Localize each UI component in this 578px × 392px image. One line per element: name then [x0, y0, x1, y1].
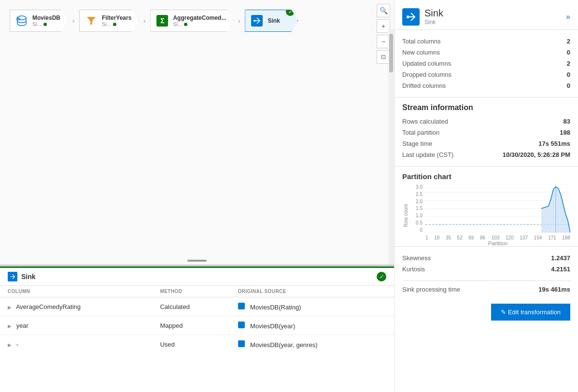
- kurtosis-value: 4.2151: [551, 266, 570, 273]
- kurtosis-label: Kurtosis: [402, 266, 425, 273]
- svg-container: [425, 184, 570, 234]
- y-label-5: 0.5: [412, 220, 423, 225]
- chart-title: Partition chart: [402, 172, 570, 181]
- node-aggregate[interactable]: Σ AggregateComed... Si...: [150, 10, 233, 32]
- node-sink-content: Sink: [268, 17, 280, 24]
- stat-label-2: Updated columns: [402, 60, 451, 67]
- col-header-method: Method: [152, 286, 230, 297]
- node-aggregate-content: AggregateComed... Si...: [173, 14, 226, 27]
- col-value-2: year: [16, 322, 28, 329]
- x-label-2: 35: [446, 235, 451, 240]
- stat-label-1: New columns: [402, 49, 440, 56]
- stream-last-update: Last update (CST) 10/30/2020, 5:26:28 PM: [402, 149, 570, 160]
- processing-time-row: Sink processing time 19s 461ms: [395, 281, 578, 298]
- expand-icon-2[interactable]: ▶: [8, 323, 12, 329]
- filter-icon: [85, 14, 98, 28]
- processing-time-value: 19s 461ms: [538, 286, 570, 293]
- y-axis-label-container: Row count: [402, 184, 410, 246]
- x-label-9: 154: [534, 235, 542, 240]
- col-header-source: Original Source: [230, 286, 394, 297]
- stat-label-4: Drifted columns: [402, 82, 446, 89]
- status-dot: [43, 23, 47, 26]
- svg-marker-3: [87, 17, 96, 25]
- node-moviesdb-title: MoviesDB: [32, 14, 60, 21]
- x-label-11: 188: [562, 235, 570, 240]
- x-label-5: 86: [480, 235, 485, 240]
- stat-total-columns: Total columns 2: [402, 36, 570, 47]
- divider-handle[interactable]: [187, 260, 207, 262]
- node-sink[interactable]: Sink ✓: [245, 10, 298, 32]
- right-header-text: Sink Sink: [424, 8, 443, 26]
- expand-button[interactable]: »: [566, 13, 570, 21]
- db-icon: [15, 14, 28, 28]
- node-moviesdb-content: MoviesDB Si...: [32, 14, 60, 27]
- edit-btn-container: ✎ Edit transformation: [395, 298, 578, 328]
- stream-label-0: Rows calculated: [402, 118, 448, 125]
- node-filteryears[interactable]: FilterYears Si...: [79, 10, 139, 32]
- source-value-2: MoviesDB(year): [250, 322, 295, 330]
- search-button[interactable]: 🔍: [377, 4, 390, 17]
- x-label-7: 120: [506, 235, 514, 240]
- node-moviesdb-sub: Si...: [32, 21, 60, 27]
- x-label-0: 1: [425, 235, 428, 240]
- sigma-icon: Σ: [155, 14, 169, 28]
- method-3: Used: [152, 335, 230, 354]
- skewness-label: Skewness: [402, 254, 431, 262]
- x-label-1: 18: [434, 235, 439, 240]
- node-moviesdb[interactable]: MoviesDB Si...: [10, 10, 68, 32]
- stat-skewness: Skewness 1.2437: [402, 252, 570, 264]
- x-label-4: 69: [468, 235, 474, 240]
- stream-label-2: Stage time: [402, 140, 432, 147]
- stat-new-columns: New columns 0: [402, 47, 570, 58]
- edit-transformation-button[interactable]: ✎ Edit transformation: [491, 304, 570, 321]
- source-icon-3: [238, 340, 245, 348]
- stream-total-partition: Total partition 198: [402, 127, 570, 138]
- stream-label-1: Total partition: [402, 129, 439, 136]
- x-label-3: 52: [457, 235, 463, 240]
- stat-label-3: Dropped columns: [402, 71, 451, 78]
- canvas-scrollbar[interactable]: [388, 29, 394, 265]
- svg-rect-5: [407, 15, 409, 18]
- stat-value-3: 0: [567, 71, 570, 78]
- stat-value-4: 0: [567, 82, 570, 89]
- status-dot: [184, 23, 187, 26]
- arrow-2: ›: [139, 17, 150, 25]
- bottom-title: Sink: [21, 273, 36, 280]
- right-panel: Sink Sink » Total columns 2 New columns …: [395, 0, 578, 392]
- x-label-10: 171: [548, 235, 556, 240]
- sink-icon: [250, 14, 264, 28]
- y-label-6: 0: [412, 227, 423, 233]
- svg-rect-4: [254, 20, 255, 22]
- stat-updated-columns: Updated columns 2: [402, 58, 570, 69]
- chart-svg: [425, 184, 570, 233]
- x-labels: 1 18 35 52 69 86 103 120 137 154 171 188: [425, 235, 570, 240]
- col-value-1: AverageComedyRating: [16, 303, 81, 310]
- arrow-1: ›: [68, 17, 79, 25]
- right-panel-subtitle: Sink: [424, 19, 443, 26]
- chart-section: Partition chart Row count 3.0 2.5 2.0 1.…: [395, 167, 578, 246]
- stream-section: Rows calculated 83 Total partition 198 S…: [395, 116, 578, 167]
- stream-label-3: Last update (CST): [402, 151, 453, 158]
- chart-inner: 3.0 2.5 2.0 1.5 1.0 0.5 0: [412, 184, 570, 246]
- stat-value-1: 0: [567, 49, 570, 56]
- y-label-4: 1.0: [412, 213, 423, 218]
- node-aggregate-title: AggregateComed...: [173, 14, 226, 21]
- bottom-panel: Sink ✓ Column Method Original Source ▶ A: [0, 266, 394, 392]
- stat-value-0: 2: [567, 38, 570, 45]
- source-icon-2: [238, 321, 245, 329]
- stream-stage-time: Stage time 17s 551ms: [402, 138, 570, 149]
- node-filteryears-sub: Si...: [102, 21, 131, 27]
- scrollbar-thumb: [389, 34, 393, 72]
- skewness-value: 1.2437: [551, 254, 570, 262]
- node-filteryears-content: FilterYears Si...: [102, 14, 131, 27]
- x-label-8: 137: [520, 235, 528, 240]
- stream-value-3: 10/30/2020, 5:26:28 PM: [503, 151, 570, 158]
- stream-value-2: 17s 551ms: [538, 140, 570, 147]
- method-1: Calculated: [152, 297, 230, 316]
- expand-icon-3[interactable]: ▶: [8, 342, 12, 348]
- stream-title: Stream information: [395, 98, 578, 116]
- table-row: ▶ AverageComedyRating Calculated MoviesD…: [0, 297, 394, 316]
- right-panel-title: Sink: [424, 8, 443, 19]
- expand-icon-1[interactable]: ▶: [8, 305, 12, 310]
- stream-rows-calc: Rows calculated 83: [402, 116, 570, 127]
